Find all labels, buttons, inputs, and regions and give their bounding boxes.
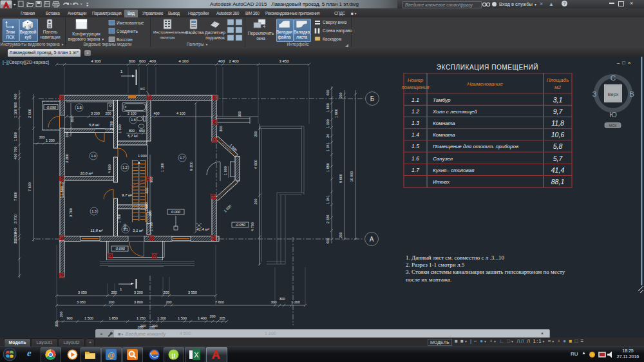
svg-text:5,7: 5,7 [553, 155, 564, 162]
svg-text:4 100: 4 100 [176, 111, 185, 115]
svg-text:2 000: 2 000 [144, 202, 148, 211]
svg-text:– □ ×: – □ × [617, 60, 630, 66]
svg-text:3. Стояки системы канализации: 3. Стояки системы канализации зашить гип… [406, 269, 565, 275]
svg-text:10 000: 10 000 [350, 171, 354, 182]
svg-text:1 100: 1 100 [14, 109, 17, 118]
svg-text:200: 200 [339, 92, 343, 98]
svg-text:-0.050: -0.050 [46, 106, 57, 110]
svg-text:300: 300 [39, 135, 44, 139]
svg-text:1.4: 1.4 [412, 131, 419, 138]
svg-text:4 100: 4 100 [178, 59, 189, 63]
svg-text:800: 800 [70, 116, 74, 122]
svg-text:1 000: 1 000 [138, 154, 147, 158]
svg-text:4 300: 4 300 [91, 59, 101, 63]
svg-text:1 250: 1 250 [137, 316, 146, 320]
svg-text:1 500: 1 500 [178, 316, 187, 320]
svg-text:5,8 м²: 5,8 м² [89, 123, 100, 127]
svg-text:11,8 м²: 11,8 м² [90, 229, 103, 233]
svg-text:1. Данный лист см. совместно с: 1. Данный лист см. совместно с л .3...10 [406, 254, 505, 261]
svg-text:1 400: 1 400 [198, 316, 207, 320]
svg-text:1 500: 1 500 [60, 186, 64, 195]
svg-text:300: 300 [219, 126, 223, 131]
svg-text:1 850: 1 850 [109, 316, 118, 320]
svg-text:1 200: 1 200 [46, 138, 55, 142]
svg-text:9,7: 9,7 [553, 108, 564, 115]
svg-text:после их монтажа.: после их монтажа. [406, 276, 451, 283]
svg-text:200: 200 [108, 300, 114, 304]
svg-text:1.2: 1.2 [412, 108, 419, 115]
svg-text:200: 200 [59, 311, 63, 317]
svg-text:10,6 м²: 10,6 м² [80, 171, 93, 175]
svg-text:1 341: 1 341 [326, 142, 330, 151]
svg-text:1 300: 1 300 [326, 119, 330, 128]
svg-text:3 050: 3 050 [77, 300, 86, 304]
svg-text:3 700: 3 700 [14, 214, 17, 224]
svg-text:4 600: 4 600 [108, 164, 111, 173]
svg-text:1 200: 1 200 [157, 316, 166, 320]
svg-text:@: @ [108, 351, 115, 359]
svg-text:1 000: 1 000 [326, 103, 330, 112]
svg-text:КС: КС [140, 87, 145, 91]
svg-text:1 850: 1 850 [326, 163, 330, 172]
svg-text:1: 1 [120, 70, 123, 73]
svg-text:300: 300 [14, 238, 17, 243]
svg-text:205: 205 [219, 316, 225, 320]
svg-text:7 600: 7 600 [28, 182, 32, 191]
svg-text:41,4 м²: 41,4 м² [196, 227, 209, 231]
svg-text:200: 200 [65, 131, 69, 137]
svg-text:Ю: Ю [609, 111, 617, 119]
svg-text:А: А [370, 236, 374, 243]
svg-text:С: С [611, 74, 616, 82]
svg-text:1 500: 1 500 [84, 316, 93, 320]
svg-text:1.7: 1.7 [412, 167, 419, 173]
svg-text:МСК: МСК [609, 124, 618, 128]
svg-text:4 600: 4 600 [254, 160, 258, 169]
svg-text:1.3: 1.3 [91, 209, 97, 213]
svg-text:1.5: 1.5 [412, 143, 419, 149]
svg-text:200: 200 [166, 300, 171, 304]
svg-text:700: 700 [14, 146, 17, 152]
svg-text:0.000: 0.000 [171, 210, 181, 214]
svg-text:ЭКСПЛИКАЦИЯ ПОМЕЩЕНИЙ: ЭКСПЛИКАЦИЯ ПОМЕЩЕНИЙ [437, 63, 538, 71]
svg-text:200: 200 [254, 198, 258, 204]
svg-text:Верх: Верх [607, 91, 618, 97]
svg-text:помещения: помещения [401, 84, 430, 90]
svg-text:Помещение для отопит. прибо: Помещение для отопит. приборов [433, 144, 518, 149]
svg-text:3,1: 3,1 [553, 96, 563, 104]
svg-text:200: 200 [163, 291, 169, 294]
svg-text:1.7: 1.7 [180, 156, 185, 160]
svg-text:Номер: Номер [408, 77, 424, 83]
svg-text:1 341: 1 341 [326, 195, 330, 204]
svg-text:-0.050: -0.050 [235, 223, 246, 227]
svg-text:1: 1 [120, 287, 122, 291]
svg-text:200: 200 [339, 232, 343, 238]
svg-text:3 700: 3 700 [69, 208, 73, 217]
svg-text:μ: μ [171, 350, 175, 359]
svg-text:7 600: 7 600 [215, 300, 224, 304]
svg-text:3,1 м²: 3,1 м² [133, 229, 144, 233]
svg-text:200: 200 [254, 131, 258, 137]
svg-text:200: 200 [105, 111, 111, 115]
svg-text:В: В [629, 90, 634, 98]
svg-text:1 200: 1 200 [291, 300, 300, 304]
svg-text:2 000: 2 000 [28, 109, 32, 118]
svg-text:Наименование: Наименование [467, 81, 503, 87]
svg-text:1.1: 1.1 [412, 97, 419, 103]
svg-text:3 200: 3 200 [134, 291, 143, 294]
svg-text:400: 400 [326, 90, 330, 95]
svg-text:м2: м2 [554, 84, 561, 90]
svg-text:Площадь: Площадь [547, 77, 569, 83]
svg-text:3 050: 3 050 [78, 291, 87, 294]
svg-text:3 450: 3 450 [279, 59, 289, 63]
svg-text:400: 400 [326, 238, 330, 243]
svg-text:1 100: 1 100 [160, 163, 164, 172]
svg-text:1 000: 1 000 [223, 204, 232, 213]
svg-text:400: 400 [14, 153, 17, 159]
svg-text:5,8: 5,8 [553, 142, 563, 150]
svg-text:10,6: 10,6 [551, 131, 565, 138]
svg-text:Холл с лестницей: Холл с лестницей [432, 109, 477, 115]
svg-text:2 400: 2 400 [229, 59, 239, 63]
svg-text:34: 34 [326, 134, 330, 138]
svg-text:600: 600 [129, 59, 136, 63]
svg-text:41,4: 41,4 [551, 166, 565, 174]
